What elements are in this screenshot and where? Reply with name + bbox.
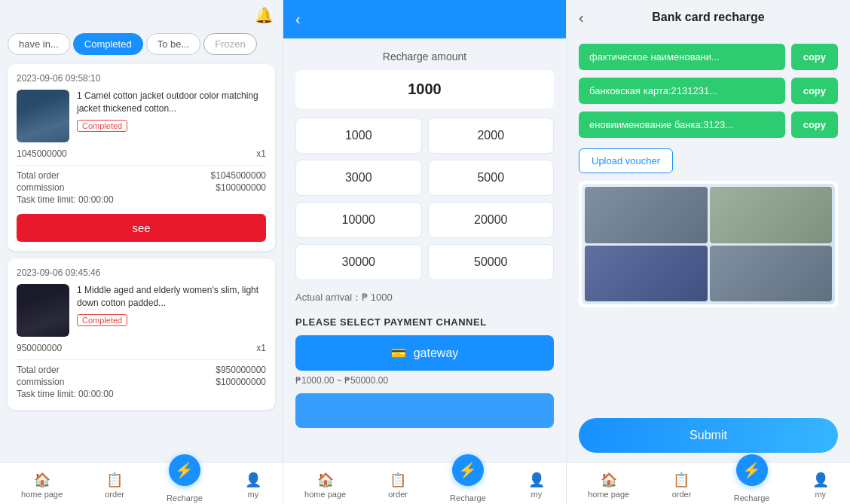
amount-cell-5000[interactable]: 5000 [428, 160, 555, 196]
footer-my-label: my [248, 490, 259, 499]
commission-value: $100000000 [216, 377, 266, 387]
footer-my-label: my [531, 490, 543, 499]
copy-card-button[interactable]: copy [791, 78, 838, 104]
home-icon: 🏠 [601, 472, 617, 488]
voucher-item-4 [710, 246, 833, 302]
upload-voucher-button[interactable]: Upload voucher [579, 148, 673, 173]
bank-back-arrow-icon[interactable]: ‹ [579, 9, 584, 26]
task-time-label: Task time limit: 00:00:00 [17, 194, 114, 205]
order-product-row: 1 Camel cotton jacket outdoor color matc… [17, 90, 266, 142]
bell-icon[interactable]: 🔔 [255, 6, 274, 24]
total-order-row: Total order $1045000000 [17, 170, 266, 181]
footer-order-label: order [105, 490, 124, 499]
amount-cell-30000[interactable]: 30000 [295, 244, 422, 280]
footer-recharge-label: Recharge [734, 493, 770, 502]
bank-bankname-value: еновиименование банка:3123... [579, 111, 785, 138]
lightning-icon: ⚡ [742, 461, 761, 479]
amount-cell-1000[interactable]: 1000 [295, 118, 422, 154]
order-card: 2023-09-06 09:58:10 1 Camel cotton jacke… [8, 64, 275, 251]
amount-cell-20000[interactable]: 20000 [428, 202, 555, 238]
order-date: 2023-09-06 09:58:10 [17, 73, 266, 84]
recharge-content: Recharge amount 1000 1000 2000 3000 5000… [283, 38, 566, 462]
home-icon: 🏠 [317, 472, 334, 488]
amount-cell-10000[interactable]: 10000 [295, 202, 422, 238]
recharge-footer: 🏠 home page 📋 order ⚡ Recharge 👤 my [283, 462, 566, 504]
footer-my[interactable]: 👤 my [245, 472, 261, 499]
orders-panel: 🔔 have in... Completed To be... Frozen 2… [0, 0, 283, 504]
orders-list: 2023-09-06 09:58:10 1 Camel cotton jacke… [0, 60, 283, 462]
footer-order[interactable]: 📋 order [672, 472, 692, 499]
amount-cell-2000[interactable]: 2000 [428, 118, 555, 154]
order-product-name: 1 Middle aged and elderly women's slim, … [77, 284, 266, 310]
gateway-label: gateway [414, 347, 459, 360]
order-qty: x1 [256, 343, 266, 353]
gateway-button[interactable]: 💳 gateway [295, 335, 554, 371]
home-icon: 🏠 [34, 472, 50, 488]
gateway-button-2[interactable] [295, 393, 554, 428]
amount-cell-3000[interactable]: 3000 [295, 160, 422, 196]
back-arrow-icon[interactable]: ‹ [295, 11, 301, 28]
bank-title: Bank card recharge [652, 11, 764, 24]
actual-arrival: Actual arrival：₱ 1000 [295, 291, 554, 304]
bank-card-row: банковская карта:2131231... copy [579, 78, 838, 104]
total-order-label: Total order [17, 365, 60, 375]
footer-home-label: home page [21, 490, 63, 499]
recharge-header: ‹ [283, 0, 566, 38]
order-status-badge: Completed [77, 120, 127, 132]
footer-recharge-label: Recharge [450, 493, 486, 502]
order-card: 2023-09-06 09:45:46 1 Middle aged and el… [8, 258, 275, 410]
tab-have-in[interactable]: have in... [8, 33, 70, 55]
order-product-info: 1 Camel cotton jacket outdoor color matc… [77, 90, 266, 132]
task-time-label: Task time limit: 00:00:00 [17, 389, 114, 399]
copy-bankname-button[interactable]: copy [791, 111, 838, 138]
commission-label: commission [17, 182, 64, 193]
footer-my[interactable]: 👤 my [812, 472, 829, 499]
order-product-name: 1 Camel cotton jacket outdoor color matc… [77, 90, 266, 115]
credit-card-icon: 💳 [391, 346, 406, 360]
footer-home[interactable]: 🏠 home page [21, 472, 63, 499]
order-id-row: 1045000000 x1 [17, 148, 266, 159]
tab-completed[interactable]: Completed [73, 33, 143, 55]
copy-name-button[interactable]: copy [791, 44, 838, 70]
lightning-icon: ⚡ [458, 461, 477, 479]
tab-to-be[interactable]: To be... [146, 33, 201, 55]
order-date: 2023-09-06 09:45:46 [17, 267, 266, 278]
submit-button[interactable]: Submit [579, 418, 838, 453]
order-status-badge: Completed [77, 314, 127, 326]
see-button[interactable]: see [17, 214, 266, 242]
my-icon: 👤 [245, 472, 261, 488]
voucher-image [582, 184, 835, 304]
payment-channel-label: PLEASE SELECT PAYMENT CHANNEL [295, 316, 554, 328]
total-order-row: Total order $950000000 [17, 365, 266, 375]
my-icon: 👤 [812, 472, 829, 488]
bank-name-value: фактическое наименовани... [579, 44, 785, 70]
recharge-button[interactable]: ⚡ [169, 454, 200, 486]
bank-recharge-panel: ‹ Bank card recharge фактическое наимено… [567, 0, 850, 504]
tab-frozen[interactable]: Frozen [203, 33, 256, 55]
amount-cell-50000[interactable]: 50000 [428, 244, 555, 280]
total-order-label: Total order [17, 170, 60, 181]
bank-bankname-row: еновиименование банка:3123... copy [579, 111, 838, 138]
recharge-button[interactable]: ⚡ [452, 454, 484, 486]
footer-home[interactable]: 🏠 home page [304, 472, 346, 499]
footer-order[interactable]: 📋 order [388, 472, 408, 499]
recharge-amount-input[interactable]: 1000 [295, 70, 554, 108]
orders-tabs: have in... Completed To be... Frozen [0, 29, 283, 60]
footer-recharge[interactable]: ⚡ Recharge [450, 468, 486, 502]
order-id: 950000000 [17, 343, 62, 353]
footer-order[interactable]: 📋 order [105, 472, 124, 499]
commission-label: commission [17, 377, 64, 387]
footer-my[interactable]: 👤 my [528, 472, 545, 499]
footer-my-label: my [815, 490, 826, 499]
footer-recharge[interactable]: ⚡ Recharge [734, 468, 770, 502]
footer-recharge[interactable]: ⚡ Recharge [167, 468, 203, 502]
footer-home[interactable]: 🏠 home page [588, 472, 629, 499]
my-icon: 👤 [528, 472, 545, 488]
commission-row: commission $100000000 [17, 182, 266, 193]
recharge-button[interactable]: ⚡ [736, 454, 768, 486]
footer-order-label: order [672, 490, 692, 499]
product-image [17, 90, 69, 142]
voucher-item-2 [710, 187, 833, 243]
voucher-item-3 [585, 246, 708, 302]
order-id-row: 950000000 x1 [17, 343, 266, 353]
